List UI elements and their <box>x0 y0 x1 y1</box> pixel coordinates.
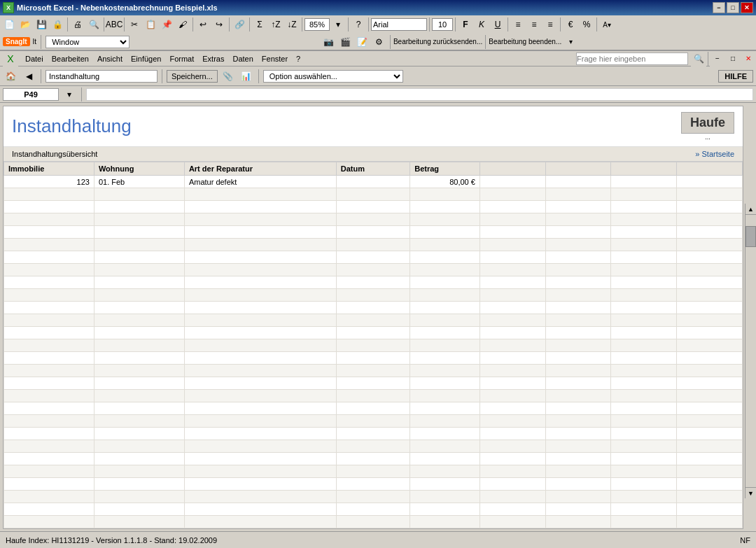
table-cell[interactable] <box>611 503 677 516</box>
table-row[interactable] <box>4 491 743 503</box>
table-cell[interactable] <box>410 226 480 239</box>
table-cell[interactable] <box>184 302 336 314</box>
table-cell[interactable] <box>336 302 410 314</box>
table-cell[interactable] <box>410 276 480 289</box>
table-cell[interactable] <box>336 440 410 453</box>
table-cell[interactable] <box>4 440 94 453</box>
cell-reference-input[interactable]: P49 <box>3 88 59 101</box>
scroll-down-btn[interactable]: ▼ <box>746 487 756 498</box>
table-cell[interactable] <box>677 503 743 516</box>
table-cell[interactable] <box>410 478 480 491</box>
table-cell[interactable] <box>4 415 94 428</box>
table-cell[interactable] <box>611 478 677 491</box>
menu-bearbeiten[interactable]: Bearbeiten <box>48 53 93 64</box>
table-cell[interactable] <box>410 188 480 201</box>
table-cell[interactable] <box>545 365 611 377</box>
table-cell[interactable]: 01. Feb <box>94 176 184 188</box>
table-cell[interactable] <box>479 339 545 352</box>
table-cell[interactable] <box>410 201 480 213</box>
table-cell[interactable] <box>410 302 480 314</box>
table-cell[interactable] <box>611 428 677 440</box>
table-row[interactable] <box>4 314 743 327</box>
sort-asc-button[interactable]: ↑Z <box>268 17 284 32</box>
table-cell[interactable] <box>611 339 677 352</box>
table-cell[interactable] <box>336 226 410 239</box>
table-cell[interactable] <box>410 390 480 402</box>
table-cell[interactable] <box>410 428 480 440</box>
table-cell[interactable] <box>677 201 743 213</box>
table-cell[interactable] <box>479 188 545 201</box>
table-cell[interactable] <box>545 201 611 213</box>
table-cell[interactable] <box>611 415 677 428</box>
table-cell[interactable] <box>94 465 184 478</box>
menu-einfuegen[interactable]: Einfügen <box>127 53 165 64</box>
table-cell[interactable] <box>184 440 336 453</box>
table-cell[interactable] <box>545 516 611 528</box>
table-cell[interactable] <box>479 226 545 239</box>
table-cell[interactable] <box>410 251 480 264</box>
table-cell[interactable] <box>336 491 410 503</box>
table-cell[interactable] <box>545 339 611 352</box>
table-cell[interactable] <box>94 226 184 239</box>
table-row[interactable] <box>4 440 743 453</box>
table-row[interactable] <box>4 365 743 377</box>
table-cell[interactable] <box>410 327 480 339</box>
table-cell[interactable] <box>545 239 611 251</box>
table-cell[interactable] <box>611 201 677 213</box>
table-cell[interactable] <box>336 289 410 302</box>
table-cell[interactable] <box>677 390 743 402</box>
table-cell[interactable] <box>94 239 184 251</box>
table-cell[interactable] <box>677 415 743 428</box>
undo-button[interactable]: ↩ <box>195 17 211 32</box>
table-cell[interactable] <box>410 289 480 302</box>
table-cell[interactable] <box>479 402 545 415</box>
table-cell[interactable] <box>94 415 184 428</box>
table-cell[interactable] <box>479 264 545 276</box>
table-cell[interactable] <box>611 453 677 465</box>
table-cell[interactable] <box>545 415 611 428</box>
table-cell[interactable] <box>410 339 480 352</box>
table-row[interactable] <box>4 377 743 390</box>
table-cell[interactable] <box>94 516 184 528</box>
spell-check-button[interactable]: ABC <box>106 17 122 32</box>
haufe-option-select[interactable]: Option auswählen... <box>263 70 403 83</box>
table-cell[interactable] <box>611 465 677 478</box>
table-cell[interactable] <box>545 402 611 415</box>
table-cell[interactable] <box>94 201 184 213</box>
underline-button[interactable]: U <box>490 17 505 32</box>
table-cell[interactable] <box>4 339 94 352</box>
table-cell[interactable] <box>545 276 611 289</box>
haufe-icon2[interactable]: 📊 <box>239 69 254 84</box>
table-cell[interactable] <box>94 478 184 491</box>
table-cell[interactable] <box>611 264 677 276</box>
table-cell[interactable] <box>410 314 480 327</box>
table-cell[interactable] <box>184 188 336 201</box>
table-cell[interactable] <box>94 440 184 453</box>
print-preview-button[interactable]: 🔍 <box>86 17 102 32</box>
table-cell[interactable] <box>479 213 545 226</box>
table-cell[interactable] <box>545 327 611 339</box>
table-cell[interactable] <box>336 377 410 390</box>
table-cell[interactable] <box>94 289 184 302</box>
table-cell[interactable] <box>184 226 336 239</box>
table-row[interactable] <box>4 352 743 365</box>
haufe-icon1[interactable]: 📎 <box>220 69 236 84</box>
print-button[interactable]: 🖨 <box>70 17 85 32</box>
table-cell[interactable] <box>611 516 677 528</box>
table-cell[interactable] <box>677 428 743 440</box>
align-right-button[interactable]: ≡ <box>542 17 558 32</box>
table-cell[interactable] <box>611 352 677 365</box>
table-row[interactable] <box>4 478 743 491</box>
table-cell[interactable] <box>677 453 743 465</box>
table-cell[interactable] <box>410 453 480 465</box>
snagit-extra[interactable]: ▾ <box>563 34 578 50</box>
table-cell[interactable] <box>479 201 545 213</box>
table-cell[interactable] <box>336 239 410 251</box>
help-icon[interactable]: ? <box>351 17 366 32</box>
table-cell[interactable] <box>94 339 184 352</box>
table-cell[interactable] <box>677 264 743 276</box>
maximize-button[interactable]: □ <box>727 2 739 13</box>
table-cell[interactable] <box>4 465 94 478</box>
table-cell[interactable] <box>611 176 677 188</box>
sort-desc-button[interactable]: ↓Z <box>284 17 300 32</box>
